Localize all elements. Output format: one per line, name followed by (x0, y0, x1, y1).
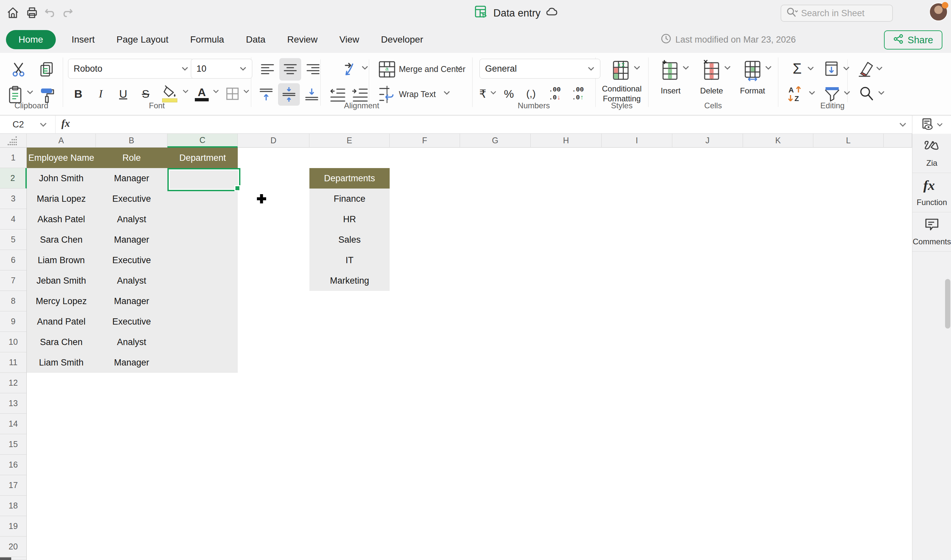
cell-A6[interactable]: Liam Brown (27, 250, 96, 271)
cell-A7[interactable]: Jeban Smith (27, 271, 96, 291)
clear-eraser-chevron[interactable] (876, 66, 883, 71)
cell-C5[interactable] (168, 229, 238, 250)
active-cell-selection-C2[interactable] (168, 168, 240, 191)
cell-B4[interactable]: Analyst (96, 209, 168, 229)
font-size-select[interactable]: 10 (191, 59, 252, 78)
number-format-select[interactable]: General (479, 59, 600, 78)
menu-tab-formula[interactable]: Formula (186, 34, 229, 45)
menu-tab-data[interactable]: Data (242, 34, 270, 45)
comma-format-button[interactable]: (,) (522, 85, 540, 103)
sum-button[interactable]: Σ (789, 60, 806, 78)
column-header-F[interactable]: F (389, 134, 460, 148)
wrap-text-chevron[interactable] (443, 91, 451, 95)
sort-button[interactable]: AZ (786, 85, 806, 103)
cell-E5[interactable]: Sales (309, 229, 389, 250)
insert-cells-label[interactable]: Insert (652, 86, 689, 96)
row-header-19[interactable]: 19 (0, 516, 27, 537)
cell-C10[interactable] (168, 332, 238, 352)
borders-button[interactable] (224, 85, 241, 103)
paste-menu-chevron[interactable] (26, 90, 34, 94)
column-header-partial[interactable] (884, 134, 912, 148)
column-header-I[interactable]: I (602, 134, 672, 148)
menu-tab-review[interactable]: Review (283, 34, 322, 45)
row-header-13[interactable]: 13 (0, 393, 27, 414)
print-icon[interactable] (25, 5, 40, 20)
sidebar-item-comments[interactable]: Comments (913, 212, 951, 252)
fill-handle[interactable] (234, 185, 240, 191)
delete-cells-chevron[interactable] (724, 65, 731, 70)
row-header-8[interactable]: 8 (0, 291, 27, 311)
avatar[interactable] (929, 3, 948, 21)
cell-A3[interactable]: Maria Lopez (27, 189, 96, 209)
column-header-B[interactable]: B (96, 134, 168, 148)
cell-E2-departments-header[interactable]: Departments (309, 168, 389, 189)
filter-chevron[interactable] (843, 91, 851, 95)
sheet-view-control[interactable] (912, 115, 951, 134)
sum-chevron[interactable] (807, 66, 814, 71)
row-header-7[interactable]: 7 (0, 271, 27, 291)
cell-C9[interactable] (168, 311, 238, 332)
cell-B1[interactable]: Role (96, 148, 168, 168)
copy-button[interactable] (37, 60, 57, 79)
column-header-D[interactable]: D (238, 134, 309, 148)
cell-B3[interactable]: Executive (96, 189, 168, 209)
cell-B11[interactable]: Manager (96, 352, 168, 373)
merge-center-icon[interactable]: a (377, 59, 398, 80)
row-header-4[interactable]: 4 (0, 209, 27, 229)
row-header-15[interactable]: 15 (0, 434, 27, 455)
percent-format-button[interactable]: % (500, 85, 517, 103)
align-left-button[interactable] (258, 60, 277, 78)
cell-C7[interactable] (168, 271, 238, 291)
row-header-16[interactable]: 16 (0, 455, 27, 475)
menu-tab-insert[interactable]: Insert (67, 34, 99, 45)
cell-B6[interactable]: Executive (96, 250, 168, 271)
format-cells-chevron[interactable] (765, 65, 772, 70)
name-box[interactable]: C2 (0, 115, 55, 134)
cell-E3[interactable]: Finance (309, 189, 389, 209)
home-icon[interactable] (5, 5, 20, 20)
decrease-decimal-button[interactable]: .00 .0↓ (544, 85, 565, 103)
cell-C8[interactable] (168, 291, 238, 311)
find-button[interactable] (857, 85, 876, 103)
row-header-6[interactable]: 6 (0, 250, 27, 271)
cell-C3[interactable] (168, 189, 238, 209)
find-chevron[interactable] (878, 91, 885, 95)
row-header-18[interactable]: 18 (0, 495, 27, 516)
formula-input[interactable] (79, 115, 898, 134)
cell-A9[interactable]: Anand Patel (27, 311, 96, 332)
italic-button[interactable]: I (92, 85, 109, 103)
conditional-formatting-icon[interactable] (610, 59, 631, 82)
menu-tab-view[interactable]: View (335, 34, 364, 45)
cell-B7[interactable]: Analyst (96, 271, 168, 291)
share-button[interactable]: Share (884, 30, 942, 49)
cell-E7[interactable]: Marketing (309, 271, 389, 291)
cell-C11[interactable] (168, 352, 238, 373)
cell-A2[interactable]: John Smith (27, 168, 96, 189)
insert-cells-icon[interactable] (659, 59, 680, 82)
cell-E6[interactable]: IT (309, 250, 389, 271)
column-header-A[interactable]: A (27, 134, 96, 148)
format-cells-label[interactable]: Format (734, 86, 771, 96)
align-center-button[interactable] (279, 58, 301, 81)
row-header-3[interactable]: 3 (0, 189, 27, 209)
menu-tab-page-layout[interactable]: Page Layout (112, 34, 173, 45)
menu-tab-developer[interactable]: Developer (377, 34, 428, 45)
fx-icon[interactable]: fx (62, 118, 70, 129)
row-header-10[interactable]: 10 (0, 332, 27, 352)
bold-button[interactable]: B (70, 85, 86, 103)
row-header-17[interactable]: 17 (0, 475, 27, 495)
row-header-12[interactable]: 12 (0, 373, 27, 393)
delete-cells-label[interactable]: Delete (694, 86, 730, 96)
cell-C4[interactable] (168, 209, 238, 229)
column-header-H[interactable]: H (531, 134, 602, 148)
format-cells-icon[interactable] (742, 59, 763, 82)
currency-chevron[interactable] (490, 91, 497, 95)
row-header-9[interactable]: 9 (0, 311, 27, 332)
cell-B9[interactable]: Executive (96, 311, 168, 332)
menu-tab-home[interactable]: Home (6, 30, 56, 49)
vertical-scrollbar[interactable] (945, 279, 950, 329)
cell-B10[interactable]: Analyst (96, 332, 168, 352)
increase-decimal-button[interactable]: .00 .0↑ (567, 85, 588, 103)
delete-cells-icon[interactable] (701, 59, 722, 82)
fill-color-button[interactable] (160, 84, 179, 104)
